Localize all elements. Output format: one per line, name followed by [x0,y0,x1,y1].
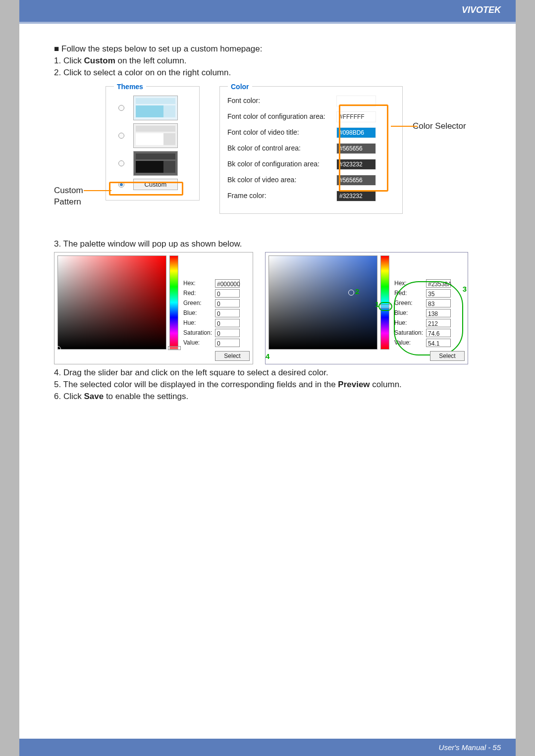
hue-slider-handle-icon[interactable] [168,346,181,350]
instruction-intro: Follow the steps below to set up a custo… [54,44,481,55]
step-5: 5. The selected color will be displayed … [54,379,481,391]
saturation-picker[interactable]: 2 [268,255,377,350]
annotation-1-icon: 1 [375,300,379,309]
value-input[interactable]: 0 [215,339,240,347]
connector-line-icon [84,190,111,191]
step-4: 4. Drag the slider bar and click on the … [54,367,481,379]
page-footer: User's Manual - 55 [19,739,516,756]
theme-option-3[interactable] [113,151,192,176]
color-swatch[interactable]: #323232 [336,159,376,170]
saturation-input[interactable]: 74.6 [426,329,451,337]
color-swatch[interactable]: #098BD6 [336,127,376,138]
hue-input[interactable]: 0 [215,319,240,327]
color-swatch[interactable] [336,96,376,106]
color-selector-label: Color Selector [413,86,466,132]
color-swatch[interactable]: #FFFFFF [336,111,376,122]
radio-icon[interactable] [118,182,124,188]
color-row-video-title: Font color of video title: #098BD6 [227,127,395,138]
radio-icon[interactable] [118,133,124,139]
header-brand: VIVOTEK [19,0,516,22]
palette-inputs: Hex:#000000 Red:0 Green:0 Blue:0 Hue:0 S… [183,255,243,350]
hue-input[interactable]: 212 [426,319,451,327]
select-button[interactable]: Select [430,351,465,361]
color-row-frame: Frame color: #323232 [227,191,395,202]
annotation-4-icon: 4 [266,352,269,361]
select-button[interactable]: Select [215,351,250,361]
color-row-video-bk: Bk color of video area: #565656 [227,175,395,186]
color-fieldset: Color Font color: Font color of configur… [219,86,403,214]
blue-input[interactable]: 0 [215,309,240,317]
color-row-config-font: Font color of configuration area: #FFFFF… [227,111,395,122]
palette-window-left: Hex:#000000 Red:0 Green:0 Blue:0 Hue:0 S… [54,252,253,364]
saturation-picker[interactable] [57,255,166,350]
annotation-3-icon: 3 [463,284,467,294]
custom-pattern-label: Custom Pattern [54,86,104,208]
palette-inputs: Hex:#23538A Red:35 Green:83 Blue:138 Hue… [394,255,454,350]
color-row-control-bk: Bk color of control area: #565656 [227,143,395,154]
step-3: 3. The palette window will pop up as sho… [54,239,481,250]
step-6: 6. Click Save to enable the settings. [54,391,481,403]
radio-icon[interactable] [118,160,124,166]
green-input[interactable]: 83 [426,299,451,307]
step-1: 1. Click Custom on the left column. [54,55,481,67]
theme-option-1[interactable] [113,96,192,120]
radio-icon[interactable] [118,105,124,111]
red-input[interactable]: 0 [215,289,240,298]
step-2: 2. Click to select a color on on the rig… [54,67,481,79]
theme-thumb [133,151,178,176]
theme-option-custom[interactable]: Custom [113,179,192,191]
theme-option-2[interactable] [113,123,192,148]
annotation-2-icon: 2 [355,287,359,297]
hue-slider[interactable] [169,255,178,350]
green-input[interactable]: 0 [215,299,240,307]
red-input[interactable]: 35 [426,289,451,298]
color-row-config-bk: Bk color of configuration area: #323232 [227,159,395,170]
theme-thumb [133,96,178,120]
color-legend: Color [228,82,252,92]
theme-thumb [133,123,178,148]
hex-input[interactable]: #23538A [426,279,451,288]
color-swatch[interactable]: #565656 [336,175,376,186]
value-input[interactable]: 54.1 [426,339,451,347]
themes-fieldset: Themes Custom [106,86,200,201]
saturation-input[interactable]: 0 [215,329,240,337]
palette-window-right: 2 1 Hex:#23538A Red:35 Green:83 Blue:138… [265,252,468,364]
color-swatch[interactable]: #323232 [336,191,376,202]
picker-ring-icon [55,346,61,352]
color-row-font: Font color: [227,96,395,106]
custom-theme-button[interactable]: Custom [133,179,178,191]
connector-line-icon [391,126,418,127]
hue-slider-handle-icon[interactable] [379,304,392,308]
themes-legend: Themes [114,82,146,92]
hex-input[interactable]: #000000 [215,279,240,288]
blue-input[interactable]: 138 [426,309,451,317]
color-swatch[interactable]: #565656 [336,143,376,154]
hue-slider[interactable]: 1 [380,255,389,350]
picker-ring-icon [348,290,354,296]
